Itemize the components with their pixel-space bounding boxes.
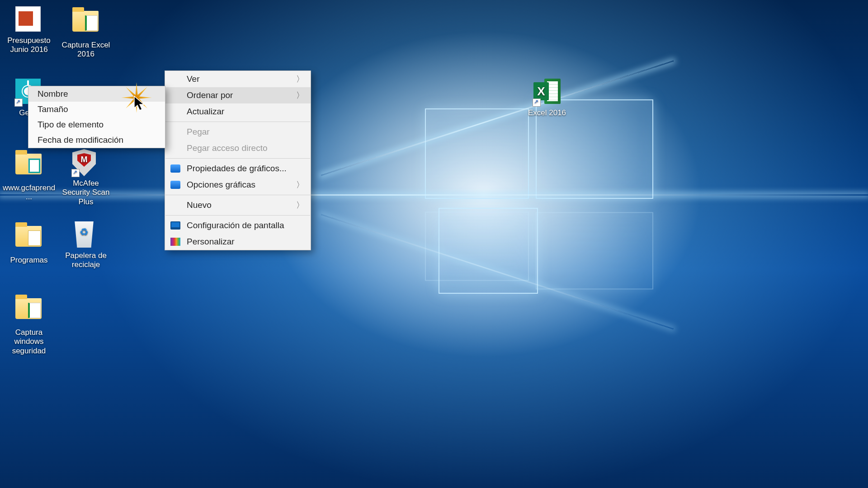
menu-item-ver[interactable]: Ver 〉 [165,71,311,87]
mcafee-shield-icon: M [72,149,99,176]
menu-item-label: Personalizar [187,237,235,247]
menu-item-configuracion-pantalla[interactable]: Configuración de pantalla [165,217,311,234]
menu-item-label: Opciones gráficas [187,180,255,190]
menu-item-label: Ordenar por [187,90,233,100]
intel-graphics-icon [170,164,180,173]
menu-item-opciones-graficas[interactable]: Opciones gráficas 〉 [165,177,311,193]
icon-label: Excel 2016 [520,108,574,117]
folder-icon [15,226,42,253]
desktop-context-menu: Ver 〉 Ordenar por 〉 Actualizar Pegar Peg… [165,70,311,250]
icon-label: McAfee Security Scan Plus [59,179,113,206]
sort-by-submenu: Nombre Tamaño Tipo de elemento Fecha de … [28,86,165,148]
desktop-icon-programas[interactable]: Programas [2,221,56,265]
personalize-icon [170,238,180,246]
chevron-right-icon: 〉 [296,90,304,101]
shortcut-arrow-icon [71,169,80,177]
menu-separator [165,215,310,216]
menu-item-label: Fecha de modificación [38,135,123,145]
menu-item-label: Pegar [187,127,210,137]
desktop-icon-gcf[interactable]: www.gcfaprend... [2,149,56,202]
desktop-icon-recycle-bin[interactable]: ♻ Papelera de reciclaje [59,221,113,270]
icon-label: Captura Excel 2016 [59,41,113,59]
submenu-item-tamano[interactable]: Tamaño [28,102,165,117]
menu-item-label: Tamaño [38,104,68,114]
display-settings-icon [170,221,180,230]
chevron-right-icon: 〉 [296,74,304,84]
icon-label: Captura windows seguridad [2,328,56,356]
menu-separator [165,122,310,122]
shortcut-arrow-icon [533,99,541,107]
desktop-icon-mcafee[interactable]: M McAfee Security Scan Plus [59,149,113,206]
menu-item-personalizar[interactable]: Personalizar [165,234,311,250]
menu-item-label: Tipo de elemento [38,120,104,130]
folder-icon [15,298,42,325]
excel-app-icon: X [533,79,561,106]
menu-item-label: Actualizar [187,107,224,117]
menu-item-pegar: Pegar [165,124,311,140]
shortcut-arrow-icon [14,99,23,107]
folder-icon [15,154,42,181]
icon-label: Programas [2,256,56,265]
menu-item-ordenar-por[interactable]: Ordenar por 〉 [165,87,311,103]
desktop-icon-presupuesto[interactable]: P Presupuesto Junio 2016 [2,6,56,55]
submenu-item-nombre[interactable]: Nombre [28,86,165,102]
menu-item-nuevo[interactable]: Nuevo 〉 [165,197,311,213]
menu-item-label: Configuración de pantalla [187,221,284,230]
icon-label: Papelera de reciclaje [59,251,113,270]
recycle-bin-icon: ♻ [72,221,99,249]
icon-label: www.gcfaprend... [2,183,56,202]
folder-icon [72,11,99,38]
desktop-icon-captura-excel[interactable]: Captura Excel 2016 [59,6,113,59]
powerpoint-file-icon: P [15,6,42,33]
menu-item-label: Propiedades de gráficos... [187,164,287,174]
icon-label: Presupuesto Junio 2016 [2,36,56,55]
desktop-icon-excel[interactable]: X Excel 2016 [520,79,574,117]
chevron-right-icon: 〉 [296,179,304,190]
menu-item-actualizar[interactable]: Actualizar [165,103,311,120]
desktop-icon-captura-windows[interactable]: Captura windows seguridad [2,294,56,356]
menu-separator [165,158,310,159]
menu-separator [165,195,310,195]
submenu-item-fecha-modificacion[interactable]: Fecha de modificación [28,132,165,148]
menu-item-label: Pegar acceso directo [187,143,268,153]
menu-item-propiedades-graficos[interactable]: Propiedades de gráficos... [165,160,311,177]
intel-graphics-icon [170,181,180,189]
menu-item-pegar-acceso-directo: Pegar acceso directo [165,140,311,156]
chevron-right-icon: 〉 [296,200,304,211]
menu-item-label: Nombre [38,89,68,99]
wallpaper [0,0,868,488]
menu-item-label: Nuevo [187,200,212,210]
submenu-item-tipo-elemento[interactable]: Tipo de elemento [28,117,165,132]
menu-item-label: Ver [187,74,200,84]
